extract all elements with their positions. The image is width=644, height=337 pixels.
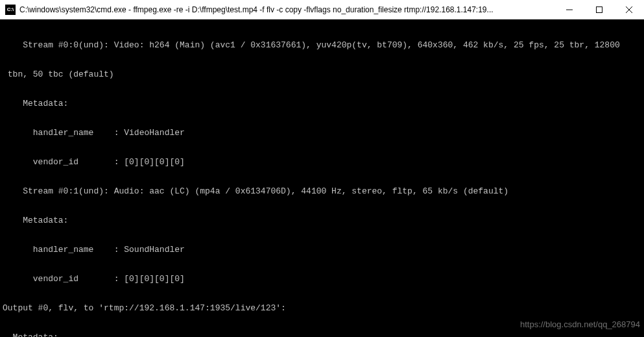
output-line: tbn, 50 tbc (default) (3, 69, 641, 79)
output-line: Metadata: (3, 99, 641, 108)
output-line: Output #0, flv, to 'rtmp://192.168.1.147… (3, 303, 641, 313)
maximize-button[interactable] (584, 0, 614, 19)
output-line: vendor_id : [0][0][0][0] (3, 157, 641, 167)
output-line: handler_name : SoundHandler (3, 245, 641, 255)
output-line: Metadata: (3, 216, 641, 225)
titlebar[interactable]: C:\ C:\windows\system32\cmd.exe - ffmpeg… (0, 0, 644, 19)
cmd-icon: C:\ (5, 5, 16, 15)
output-line: Metadata: (3, 332, 641, 337)
output-line: handler_name : VideoHandler (3, 128, 641, 138)
output-line: Stream #0:0(und): Video: h264 (Main) (av… (3, 40, 641, 50)
terminal-output[interactable]: Stream #0:0(und): Video: h264 (Main) (av… (0, 19, 644, 337)
svg-rect-1 (597, 6, 602, 12)
minimize-button[interactable] (555, 0, 584, 19)
close-button[interactable] (614, 0, 644, 19)
output-line: vendor_id : [0][0][0][0] (3, 274, 641, 284)
output-line: Stream #0:1(und): Audio: aac (LC) (mp4a … (3, 186, 641, 196)
window-title: C:\windows\system32\cmd.exe - ffmpeg.exe… (19, 5, 555, 14)
window-controls (555, 0, 644, 19)
